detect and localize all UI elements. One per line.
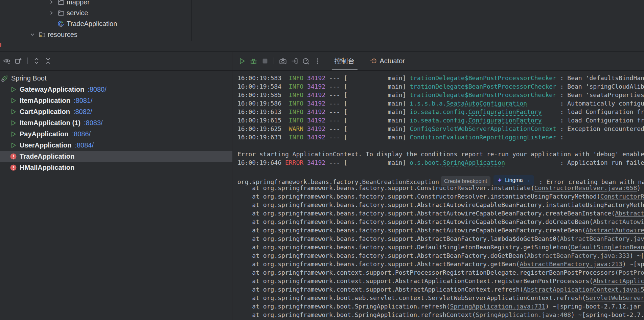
- logger-link[interactable]: ConfigurationFactory: [468, 117, 542, 124]
- tree-item-service[interactable]: service: [0, 7, 192, 18]
- tree-item-tradeapplication[interactable]: TradeApplication: [0, 18, 192, 29]
- file-link[interactable]: ServletWebServerApplicationContext.java: [586, 294, 644, 301]
- exit-button[interactable]: [290, 56, 300, 66]
- tab-actuator[interactable]: Actuator: [368, 52, 406, 70]
- log-text: --- [ main]: [325, 91, 410, 98]
- file-link[interactable]: AbstractBeanFactory.java:213: [520, 260, 622, 268]
- log-text: --- [ main]: [325, 159, 410, 166]
- add-service-button[interactable]: [13, 56, 23, 66]
- service-port: :8086/: [72, 130, 91, 138]
- log-pid: 34192: [303, 91, 325, 98]
- file-link[interactable]: AbstractBeanFactory.java:333: [527, 252, 629, 259]
- eye-button[interactable]: [2, 56, 12, 66]
- logger-name: trationDelegate$BeanPostProcessorChecker: [410, 83, 556, 90]
- console-toolbar-divider: [274, 58, 274, 64]
- gauge-button[interactable]: [301, 56, 311, 66]
- chevron-right-icon[interactable]: [48, 0, 55, 6]
- log-line: at org.springframework.beans.factory.sup…: [237, 192, 644, 201]
- lingma-icon: [497, 177, 503, 183]
- log-text: 16:00:19:646: [237, 159, 285, 166]
- service-hmallapplication[interactable]: HMallApplication: [0, 162, 232, 173]
- play-outline-icon: [9, 86, 17, 93]
- run-icon: [238, 57, 246, 65]
- file-link[interactable]: ConstructorResolver.java:658: [534, 184, 637, 191]
- log-line: 16:00:19:585 INFO 34192 --- [ main] trat…: [237, 91, 644, 99]
- log-line: at org.springframework.beans.factory.sup…: [237, 226, 644, 234]
- tab-label: 控制台: [335, 56, 355, 66]
- tree-item-mapper[interactable]: mapper: [0, 0, 192, 7]
- log-pid: 34192: [303, 108, 325, 115]
- service-cartapplication[interactable]: CartApplication:8082/: [0, 106, 232, 117]
- log-text: at org.springframework.context.support.A…: [237, 277, 593, 284]
- logger-link[interactable]: ConfigurationFactory: [468, 108, 542, 115]
- file-link[interactable]: AbstractApplicationContext.java: [593, 277, 644, 284]
- file-link[interactable]: AbstractApplicationContext.java:534: [523, 286, 644, 293]
- log-level: INFO: [285, 108, 303, 115]
- service-userapplication[interactable]: UserApplication:8084/: [0, 140, 232, 151]
- logger-link[interactable]: SeataAutoConfiguration: [446, 100, 527, 107]
- log-line: org.springframework.beans.factory.BeanCr…: [237, 175, 644, 184]
- tree-item-label: mapper: [67, 0, 90, 6]
- log-text: : Bean 'seataProperties' of type: [556, 91, 644, 98]
- log-text: ) ~[spring-beans: [622, 260, 644, 268]
- service-itemapplication-1-[interactable]: ItemApplication (1):8083/: [0, 117, 232, 129]
- expand-all-button[interactable]: [31, 56, 42, 66]
- log-text: 16:00:19:615: [237, 117, 285, 124]
- service-gatewayapplication[interactable]: GatewayApplication:8080/: [0, 84, 232, 95]
- logger-name: i.s.s.b.a.: [410, 100, 446, 107]
- tree-item-label: service: [67, 9, 88, 17]
- service-payapplication[interactable]: PayApplication:8086/: [0, 129, 232, 140]
- log-line: 16:00:19:613 INFO 34192 --- [ main] io.s…: [237, 108, 644, 116]
- file-link[interactable]: PostProcessorRegistrationDelegate.java: [619, 269, 644, 276]
- log-line: at org.springframework.beans.factory.sup…: [237, 234, 644, 243]
- service-tradeapplication[interactable]: TradeApplication: [0, 151, 235, 162]
- tree-item-label: TradeApplication: [67, 20, 117, 28]
- log-pid: 34192: [303, 117, 325, 124]
- chevron-right-icon[interactable]: [48, 9, 55, 17]
- lingma-arrow: →: [525, 176, 531, 184]
- log-text: at org.springframework.beans.factory.sup…: [237, 201, 644, 208]
- file-link[interactable]: AbstractAutowireCapableBeanFactory.java: [615, 210, 644, 217]
- service-port: :8080/: [88, 86, 107, 93]
- log-text: : Application run failed: [505, 159, 644, 166]
- tab-label: Actuator: [380, 57, 405, 65]
- more-button[interactable]: [313, 56, 323, 66]
- log-line: at org.springframework.beans.factory.sup…: [237, 201, 644, 209]
- exit-icon: [291, 57, 298, 65]
- log-text: at org.springframework.beans.factory.sup…: [237, 260, 520, 268]
- services-root-spring-boot[interactable]: Spring Boot: [0, 73, 232, 84]
- collapse-all-button[interactable]: [43, 56, 53, 66]
- file-link[interactable]: SpringApplication.java:408: [476, 311, 571, 318]
- play-outline-icon: [9, 142, 17, 149]
- chevron-down-icon[interactable]: [29, 31, 36, 38]
- logger-link[interactable]: SpringApplication: [443, 159, 505, 166]
- file-link[interactable]: SpringApplication.java:731: [450, 303, 546, 310]
- services-tree: Spring Boot GatewayApplication:8080/Item…: [0, 73, 232, 173]
- debug-button[interactable]: [248, 56, 258, 66]
- file-link[interactable]: DefaultSingletonBeanRegistry.java:234: [571, 244, 644, 251]
- spring-boot-leaf-icon: [1, 75, 8, 82]
- service-name: CartApplication: [20, 108, 70, 116]
- file-link[interactable]: ConstructorResolver.java:625: [600, 193, 644, 200]
- package-folder-icon: [57, 9, 65, 17]
- console-toolbar: 控制台Actuator: [232, 52, 644, 70]
- log-line: 16:00:19:584 INFO 34192 --- [ main] trat…: [237, 82, 644, 91]
- file-link[interactable]: AbstractAutowireCapableBeanFactory.java: [593, 218, 644, 225]
- file-link[interactable]: AbstractAutowireCapableBeanFactory.java: [586, 227, 644, 234]
- service-port: :8083/: [84, 119, 103, 127]
- log-text: 16:00:19:585: [237, 91, 285, 98]
- log-text: at org.springframework.boot.SpringApplic…: [237, 303, 450, 310]
- tab-console[interactable]: 控制台: [333, 52, 356, 70]
- run-button[interactable]: [237, 56, 247, 66]
- file-link[interactable]: AbstractBeanFactory.java:333: [560, 235, 644, 242]
- log-text: ) ~[spring-boot-2.7.12: [571, 311, 644, 318]
- stop-button: [260, 56, 270, 66]
- log-text: 16:00:19:633: [237, 134, 285, 141]
- tree-item-resources[interactable]: resources: [0, 29, 192, 40]
- log-text: : Automatically configure Seata: [527, 100, 644, 107]
- console-panel: 控制台Actuator 16:00:19:583 INFO 34192 --- …: [232, 52, 644, 320]
- expand-all-icon: [33, 57, 40, 65]
- service-itemapplication[interactable]: ItemApplication:8081/: [0, 95, 232, 106]
- logger-name: o.s.boot.: [410, 159, 443, 166]
- camera-button[interactable]: [278, 56, 288, 66]
